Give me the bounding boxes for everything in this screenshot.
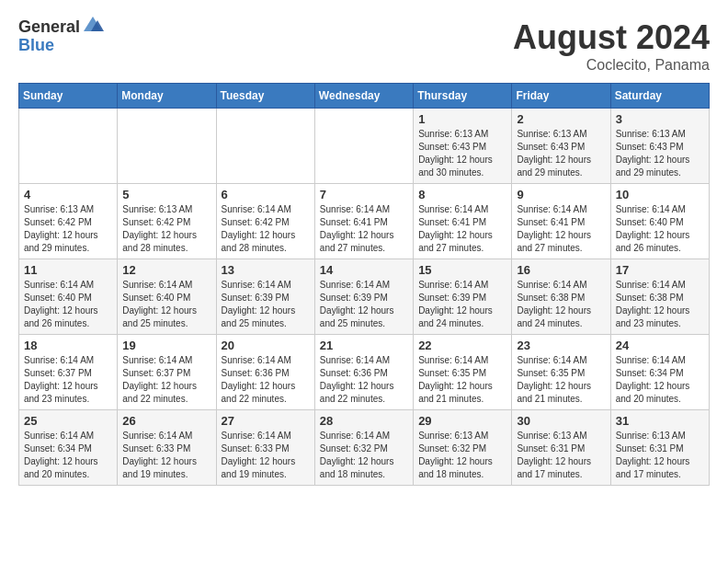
day-cell: 20Sunrise: 6:14 AM Sunset: 6:36 PM Dayli…	[216, 335, 314, 410]
day-cell: 7Sunrise: 6:14 AM Sunset: 6:41 PM Daylig…	[314, 184, 413, 259]
day-cell: 11Sunrise: 6:14 AM Sunset: 6:40 PM Dayli…	[19, 259, 118, 335]
day-cell: 21Sunrise: 6:14 AM Sunset: 6:36 PM Dayli…	[314, 335, 413, 410]
page-header: General Blue August 2024 Coclecito, Pana…	[18, 18, 710, 74]
day-info: Sunrise: 6:14 AM Sunset: 6:37 PM Dayligh…	[24, 354, 112, 406]
day-number: 22	[418, 339, 506, 352]
weekday-header-wednesday: Wednesday	[314, 84, 413, 109]
day-info: Sunrise: 6:13 AM Sunset: 6:42 PM Dayligh…	[24, 203, 112, 255]
day-info: Sunrise: 6:14 AM Sunset: 6:40 PM Dayligh…	[122, 279, 210, 330]
day-number: 17	[616, 263, 704, 277]
day-number: 31	[616, 414, 704, 428]
month-year-title: August 2024	[513, 18, 710, 57]
day-cell: 13Sunrise: 6:14 AM Sunset: 6:39 PM Dayli…	[216, 259, 314, 335]
day-number: 23	[517, 339, 605, 352]
day-info: Sunrise: 6:14 AM Sunset: 6:38 PM Dayligh…	[517, 279, 605, 330]
day-number: 15	[418, 263, 506, 277]
day-number: 28	[320, 414, 408, 428]
day-number: 4	[24, 188, 112, 201]
logo-blue-text: Blue	[18, 37, 104, 55]
logo: General Blue	[18, 18, 104, 55]
day-number: 27	[222, 414, 310, 428]
weekday-header-row: SundayMondayTuesdayWednesdayThursdayFrid…	[19, 84, 710, 109]
day-info: Sunrise: 6:14 AM Sunset: 6:40 PM Dayligh…	[24, 279, 112, 330]
day-number: 18	[24, 339, 112, 352]
calendar-header: SundayMondayTuesdayWednesdayThursdayFrid…	[19, 84, 710, 109]
day-info: Sunrise: 6:13 AM Sunset: 6:31 PM Dayligh…	[616, 430, 704, 481]
day-number: 25	[24, 414, 112, 428]
day-cell: 28Sunrise: 6:14 AM Sunset: 6:32 PM Dayli…	[314, 410, 413, 486]
day-cell: 29Sunrise: 6:13 AM Sunset: 6:32 PM Dayli…	[414, 410, 512, 486]
location-subtitle: Coclecito, Panama	[513, 57, 710, 74]
day-info: Sunrise: 6:14 AM Sunset: 6:33 PM Dayligh…	[222, 430, 310, 481]
day-number: 29	[418, 414, 506, 428]
weekday-header-sunday: Sunday	[19, 84, 118, 109]
day-cell: 6Sunrise: 6:14 AM Sunset: 6:42 PM Daylig…	[216, 184, 314, 259]
day-info: Sunrise: 6:14 AM Sunset: 6:41 PM Dayligh…	[418, 203, 506, 255]
logo-general-text: General	[18, 18, 80, 37]
day-info: Sunrise: 6:13 AM Sunset: 6:43 PM Dayligh…	[616, 128, 704, 179]
day-info: Sunrise: 6:14 AM Sunset: 6:39 PM Dayligh…	[418, 279, 506, 330]
day-number: 1	[418, 112, 506, 126]
day-cell	[314, 109, 413, 184]
week-row-1: 1Sunrise: 6:13 AM Sunset: 6:43 PM Daylig…	[19, 109, 710, 184]
day-info: Sunrise: 6:14 AM Sunset: 6:35 PM Dayligh…	[517, 354, 605, 406]
day-info: Sunrise: 6:14 AM Sunset: 6:37 PM Dayligh…	[122, 354, 210, 406]
week-row-4: 18Sunrise: 6:14 AM Sunset: 6:37 PM Dayli…	[19, 335, 710, 410]
day-info: Sunrise: 6:13 AM Sunset: 6:42 PM Dayligh…	[122, 203, 210, 255]
weekday-header-thursday: Thursday	[414, 84, 512, 109]
day-cell	[216, 109, 314, 184]
day-number: 5	[122, 188, 210, 201]
day-info: Sunrise: 6:14 AM Sunset: 6:36 PM Dayligh…	[222, 354, 310, 406]
day-number: 11	[24, 263, 112, 277]
day-cell: 3Sunrise: 6:13 AM Sunset: 6:43 PM Daylig…	[610, 109, 709, 184]
day-info: Sunrise: 6:14 AM Sunset: 6:39 PM Dayligh…	[320, 279, 408, 330]
week-row-5: 25Sunrise: 6:14 AM Sunset: 6:34 PM Dayli…	[19, 410, 710, 486]
day-number: 9	[517, 188, 605, 201]
day-info: Sunrise: 6:13 AM Sunset: 6:43 PM Dayligh…	[418, 128, 506, 179]
day-cell: 31Sunrise: 6:13 AM Sunset: 6:31 PM Dayli…	[610, 410, 709, 486]
day-info: Sunrise: 6:14 AM Sunset: 6:34 PM Dayligh…	[24, 430, 112, 481]
day-cell: 18Sunrise: 6:14 AM Sunset: 6:37 PM Dayli…	[19, 335, 118, 410]
week-row-2: 4Sunrise: 6:13 AM Sunset: 6:42 PM Daylig…	[19, 184, 710, 259]
day-cell: 14Sunrise: 6:14 AM Sunset: 6:39 PM Dayli…	[314, 259, 413, 335]
day-cell: 23Sunrise: 6:14 AM Sunset: 6:35 PM Dayli…	[512, 335, 610, 410]
day-cell: 22Sunrise: 6:14 AM Sunset: 6:35 PM Dayli…	[414, 335, 512, 410]
day-number: 2	[517, 112, 605, 126]
day-info: Sunrise: 6:14 AM Sunset: 6:36 PM Dayligh…	[320, 354, 408, 406]
day-cell: 17Sunrise: 6:14 AM Sunset: 6:38 PM Dayli…	[610, 259, 709, 335]
title-block: August 2024 Coclecito, Panama	[513, 18, 710, 74]
day-cell: 1Sunrise: 6:13 AM Sunset: 6:43 PM Daylig…	[414, 109, 512, 184]
day-cell: 5Sunrise: 6:13 AM Sunset: 6:42 PM Daylig…	[118, 184, 216, 259]
day-cell: 2Sunrise: 6:13 AM Sunset: 6:43 PM Daylig…	[512, 109, 610, 184]
day-info: Sunrise: 6:14 AM Sunset: 6:34 PM Dayligh…	[616, 354, 704, 406]
day-number: 20	[222, 339, 310, 352]
day-info: Sunrise: 6:14 AM Sunset: 6:41 PM Dayligh…	[320, 203, 408, 255]
logo-icon	[82, 13, 104, 35]
day-info: Sunrise: 6:14 AM Sunset: 6:32 PM Dayligh…	[320, 430, 408, 481]
day-info: Sunrise: 6:14 AM Sunset: 6:39 PM Dayligh…	[222, 279, 310, 330]
day-cell: 12Sunrise: 6:14 AM Sunset: 6:40 PM Dayli…	[118, 259, 216, 335]
day-cell: 27Sunrise: 6:14 AM Sunset: 6:33 PM Dayli…	[216, 410, 314, 486]
day-info: Sunrise: 6:14 AM Sunset: 6:42 PM Dayligh…	[222, 203, 310, 255]
day-number: 24	[616, 339, 704, 352]
day-info: Sunrise: 6:14 AM Sunset: 6:33 PM Dayligh…	[122, 430, 210, 481]
day-number: 10	[616, 188, 704, 201]
day-number: 13	[222, 263, 310, 277]
day-cell: 25Sunrise: 6:14 AM Sunset: 6:34 PM Dayli…	[19, 410, 118, 486]
day-number: 6	[222, 188, 310, 201]
day-cell: 24Sunrise: 6:14 AM Sunset: 6:34 PM Dayli…	[610, 335, 709, 410]
day-cell: 4Sunrise: 6:13 AM Sunset: 6:42 PM Daylig…	[19, 184, 118, 259]
weekday-header-saturday: Saturday	[610, 84, 709, 109]
day-cell: 19Sunrise: 6:14 AM Sunset: 6:37 PM Dayli…	[118, 335, 216, 410]
day-cell	[19, 109, 118, 184]
day-cell: 8Sunrise: 6:14 AM Sunset: 6:41 PM Daylig…	[414, 184, 512, 259]
day-info: Sunrise: 6:14 AM Sunset: 6:40 PM Dayligh…	[616, 203, 704, 255]
day-info: Sunrise: 6:13 AM Sunset: 6:32 PM Dayligh…	[418, 430, 506, 481]
day-number: 21	[320, 339, 408, 352]
day-number: 14	[320, 263, 408, 277]
day-info: Sunrise: 6:14 AM Sunset: 6:35 PM Dayligh…	[418, 354, 506, 406]
day-info: Sunrise: 6:13 AM Sunset: 6:43 PM Dayligh…	[517, 128, 605, 179]
day-number: 19	[122, 339, 210, 352]
day-number: 30	[517, 414, 605, 428]
day-info: Sunrise: 6:14 AM Sunset: 6:38 PM Dayligh…	[616, 279, 704, 330]
